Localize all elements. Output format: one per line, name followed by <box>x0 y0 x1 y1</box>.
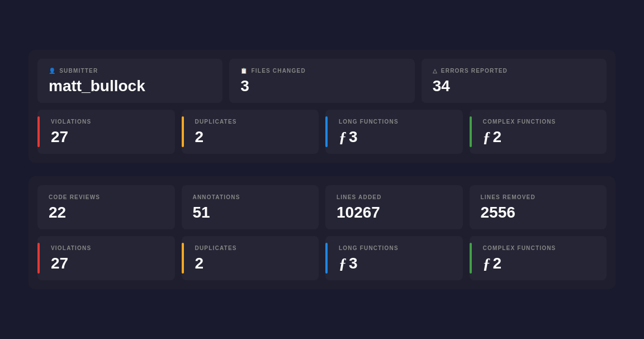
func-icon-1: ƒ <box>339 129 347 145</box>
accent-red-bar <box>37 116 40 147</box>
duplicates-label-2: DUPLICATES <box>195 245 308 251</box>
duplicates-card-1: DUPLICATES 2 <box>182 110 319 154</box>
complex-functions-value-1: ƒ 2 <box>483 129 596 145</box>
panel2-row1: CODE REVIEWS 22 ANNOTATIONS 51 LINES ADD… <box>37 185 607 229</box>
annotations-card: ANNOTATIONS 51 <box>182 185 319 229</box>
complex-functions-value-2: ƒ 2 <box>483 256 596 271</box>
long-functions-card-2: LONG FUNCTIONS ƒ 3 <box>325 236 463 280</box>
files-changed-value: 3 <box>240 78 403 94</box>
accent-green-bar <box>470 116 472 147</box>
files-changed-label: 📋 FILES CHANGED <box>240 68 403 74</box>
code-reviews-card: CODE REVIEWS 22 <box>37 185 175 229</box>
violations-value-1: 27 <box>51 129 164 145</box>
violations-card-2: VIOLATIONS 27 <box>37 236 175 280</box>
accent-blue-bar-2 <box>325 243 328 274</box>
accent-green-bar-2 <box>470 243 472 274</box>
accent-yellow-bar-2 <box>182 243 184 274</box>
errors-reported-value: 34 <box>433 78 595 94</box>
duplicates-label-1: DUPLICATES <box>195 119 308 125</box>
long-functions-value-2: ƒ 3 <box>339 256 452 271</box>
submitter-card: 👤 SUBMITTER matt_bullock <box>37 59 222 103</box>
accent-blue-bar <box>325 116 328 147</box>
errors-reported-card: △ ERRORS REPORTED 34 <box>422 59 607 103</box>
panel-1: 👤 SUBMITTER matt_bullock 📋 FILES CHANGED… <box>29 50 615 163</box>
lines-removed-card: LINES REMOVED 2556 <box>470 185 607 229</box>
complex-functions-label-2: COMPLEX FUNCTIONS <box>483 245 596 251</box>
panel1-row2: VIOLATIONS 27 DUPLICATES 2 LONG FUNCTION… <box>37 110 607 154</box>
long-functions-card-1: LONG FUNCTIONS ƒ 3 <box>325 110 463 154</box>
submitter-value: matt_bullock <box>49 78 211 94</box>
panel-2: CODE REVIEWS 22 ANNOTATIONS 51 LINES ADD… <box>29 176 615 289</box>
func-icon-2: ƒ <box>483 129 491 145</box>
func-icon-4: ƒ <box>483 256 491 271</box>
lines-added-label: LINES ADDED <box>337 194 452 200</box>
accent-yellow-bar <box>182 116 184 147</box>
panel2-row2: VIOLATIONS 27 DUPLICATES 2 LONG FUNCTION… <box>37 236 607 280</box>
func-icon-3: ƒ <box>339 256 347 271</box>
files-changed-card: 📋 FILES CHANGED 3 <box>229 59 414 103</box>
panel1-row1: 👤 SUBMITTER matt_bullock 📋 FILES CHANGED… <box>37 59 607 103</box>
submitter-label: 👤 SUBMITTER <box>49 68 211 74</box>
complex-functions-label-1: COMPLEX FUNCTIONS <box>483 119 596 125</box>
lines-removed-label: LINES REMOVED <box>481 194 596 200</box>
code-reviews-label: CODE REVIEWS <box>49 194 164 200</box>
violations-label-2: VIOLATIONS <box>51 245 164 251</box>
annotations-value: 51 <box>193 205 308 220</box>
complex-functions-card-1: COMPLEX FUNCTIONS ƒ 2 <box>470 110 607 154</box>
lines-added-value: 10267 <box>337 205 452 220</box>
violations-card-1: VIOLATIONS 27 <box>37 110 175 154</box>
duplicates-value-1: 2 <box>195 129 308 145</box>
complex-functions-card-2: COMPLEX FUNCTIONS ƒ 2 <box>470 236 607 280</box>
accent-red-bar-2 <box>37 243 40 274</box>
violations-value-2: 27 <box>51 256 164 271</box>
person-icon: 👤 <box>49 68 56 74</box>
violations-label-1: VIOLATIONS <box>51 119 164 125</box>
errors-reported-label: △ ERRORS REPORTED <box>433 68 595 74</box>
code-reviews-value: 22 <box>49 205 164 220</box>
warning-icon: △ <box>433 68 438 74</box>
file-icon: 📋 <box>240 68 248 74</box>
long-functions-label-2: LONG FUNCTIONS <box>339 245 452 251</box>
annotations-label: ANNOTATIONS <box>193 194 308 200</box>
duplicates-value-2: 2 <box>195 256 308 271</box>
long-functions-value-1: ƒ 3 <box>339 129 452 145</box>
lines-removed-value: 2556 <box>481 205 596 220</box>
duplicates-card-2: DUPLICATES 2 <box>182 236 319 280</box>
lines-added-card: LINES ADDED 10267 <box>325 185 463 229</box>
long-functions-label-1: LONG FUNCTIONS <box>339 119 452 125</box>
